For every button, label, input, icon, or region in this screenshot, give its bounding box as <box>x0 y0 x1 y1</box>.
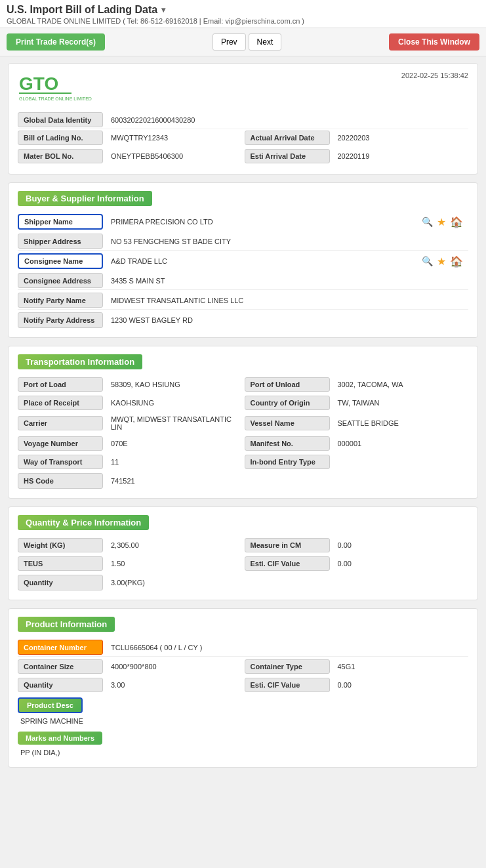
marks-and-numbers-button[interactable]: Marks and Numbers <box>18 732 102 745</box>
mater-bol-item: Mater BOL No. ONEYTPEBB5406300 <box>18 148 242 165</box>
container-number-row: Container Number TCLU6665064 ( 00 / L / … <box>18 638 468 657</box>
consignee-star-icon[interactable]: ★ <box>437 255 446 268</box>
voyage-manifest-row: Voyage Number 070E Manifest No. 000001 <box>18 435 468 452</box>
teus-cif-row: TEUS 1.50 Esti. CIF Value 0.00 <box>18 555 468 572</box>
logo-area: GTO GLOBAL TRADE ONLINE LIMITED <box>18 72 96 104</box>
product-desc-button[interactable]: Product Desc <box>18 697 83 713</box>
notify-party-address-value: 1230 WEST BAGLEY RD <box>106 311 468 329</box>
product-esti-cif-label: Esti. CIF Value <box>245 678 330 692</box>
print-button[interactable]: Print Trade Record(s) <box>7 33 105 51</box>
manifest-no-label: Manifest No. <box>245 436 330 451</box>
quantity-row: Quantity 3.00(PKG) <box>18 573 468 592</box>
shipper-name-label: Shipper Name <box>18 214 103 230</box>
quantity-price-title: Quantity & Price Information <box>18 515 149 530</box>
weight-item: Weight (KG) 2,305.00 <box>18 537 242 554</box>
notify-party-name-value: MIDWEST TRANSATLANTIC LINES LLC <box>106 291 468 309</box>
product-desc-row: Product Desc <box>18 696 468 714</box>
in-bond-entry-value <box>333 459 469 465</box>
main-content: GTO GLOBAL TRADE ONLINE LIMITED 2022-02-… <box>0 56 486 782</box>
consignee-name-value: A&D TRADE LLC <box>106 255 416 268</box>
hs-code-label: HS Code <box>18 473 103 489</box>
manifest-no-value: 000001 <box>333 437 469 450</box>
container-size-value: 4000*900*800 <box>106 660 242 673</box>
esti-arrival-item: Esti Arrival Date 20220119 <box>245 148 469 165</box>
toolbar: Print Trade Record(s) Prev Next Close Th… <box>0 28 486 56</box>
hs-code-row: HS Code 741521 <box>18 472 468 490</box>
consignee-home-icon[interactable]: 🏠 <box>450 255 463 268</box>
vessel-name-value: SEATTLE BRIDGE <box>333 417 469 430</box>
port-of-load-label: Port of Load <box>18 377 103 392</box>
close-button[interactable]: Close This Window <box>389 33 479 51</box>
product-quantity-label: Quantity <box>18 678 103 692</box>
notify-party-address-row: Notify Party Address 1230 WEST BAGLEY RD <box>18 311 468 329</box>
shipper-home-icon[interactable]: 🏠 <box>450 216 463 228</box>
consignee-name-label: Consignee Name <box>18 253 103 269</box>
container-size-label: Container Size <box>18 659 103 674</box>
quantity-price-card: Quantity & Price Information Weight (KG)… <box>8 506 478 600</box>
product-info-title: Product Information <box>18 617 115 632</box>
mater-bol-label: Mater BOL No. <box>18 149 103 163</box>
container-size-type-row: Container Size 4000*900*800 Container Ty… <box>18 658 468 675</box>
main-info-card: GTO GLOBAL TRADE ONLINE LIMITED 2022-02-… <box>8 63 478 175</box>
port-of-load-item: Port of Load 58309, KAO HSIUNG <box>18 376 242 393</box>
container-type-value: 45G1 <box>333 660 469 673</box>
shipper-address-label: Shipper Address <box>18 234 103 249</box>
place-of-receipt-value: KAOHSIUNG <box>106 396 242 409</box>
next-button[interactable]: Next <box>249 33 282 51</box>
actual-arrival-date-value: 20220203 <box>333 131 469 144</box>
weight-measure-row: Weight (KG) 2,305.00 Measure in CM 0.00 <box>18 537 468 554</box>
measure-in-cm-value: 0.00 <box>333 539 469 552</box>
mater-bol-row: Mater BOL No. ONEYTPEBB5406300 Esti Arri… <box>18 148 468 165</box>
mater-bol-value: ONEYTPEBB5406300 <box>106 150 242 163</box>
receipt-origin-row: Place of Receipt KAOHSIUNG Country of Or… <box>18 394 468 411</box>
transportation-title: Transportation Information <box>18 354 142 369</box>
product-desc-value: SPRING MACHINE <box>18 716 468 729</box>
esti-cif-label: Esti. CIF Value <box>245 556 330 571</box>
actual-arrival-item: Actual Arrival Date 20220203 <box>245 129 469 146</box>
card-header: GTO GLOBAL TRADE ONLINE LIMITED 2022-02-… <box>18 72 468 104</box>
shipper-icons: 🔍 ★ 🏠 <box>416 213 468 231</box>
carrier-value: MWQT, MIDWEST TRANSATLANTIC LIN <box>106 413 242 434</box>
nav-group: Prev Next <box>213 33 281 51</box>
container-size-item: Container Size 4000*900*800 <box>18 658 242 675</box>
esti-cif-item: Esti. CIF Value 0.00 <box>245 555 469 572</box>
buyer-supplier-title: Buyer & Supplier Information <box>18 191 152 206</box>
product-info-card: Product Information Container Number TCL… <box>8 608 478 768</box>
country-of-origin-item: Country of Origin TW, TAIWAN <box>245 394 469 411</box>
teus-item: TEUS 1.50 <box>18 555 242 572</box>
shipper-address-row: Shipper Address NO 53 FENGCHENG ST BADE … <box>18 232 468 251</box>
voyage-number-label: Voyage Number <box>18 436 103 451</box>
weight-label: Weight (KG) <box>18 538 103 552</box>
notify-party-name-row: Notify Party Name MIDWEST TRANSATLANTIC … <box>18 291 468 310</box>
svg-rect-1 <box>19 93 71 94</box>
dropdown-arrow-icon[interactable]: ▾ <box>161 5 165 14</box>
shipper-search-icon[interactable]: 🔍 <box>422 217 433 227</box>
hs-code-value: 741521 <box>106 472 468 490</box>
product-quantity-cif-row: Quantity 3.00 Esti. CIF Value 0.00 <box>18 676 468 693</box>
shipper-address-value: NO 53 FENGCHENG ST BADE CITY <box>106 232 468 250</box>
vessel-name-item: Vessel Name SEATTLE BRIDGE <box>245 413 469 434</box>
in-bond-entry-item: In-bond Entry Type <box>245 453 469 470</box>
shipper-star-icon[interactable]: ★ <box>437 216 446 228</box>
esti-arrival-date-value: 20220119 <box>333 150 469 163</box>
carrier-item: Carrier MWQT, MIDWEST TRANSATLANTIC LIN <box>18 413 242 434</box>
port-load-unload-row: Port of Load 58309, KAO HSIUNG Port of U… <box>18 376 468 393</box>
transportation-card: Transportation Information Port of Load … <box>8 346 478 499</box>
voyage-number-value: 070E <box>106 437 242 450</box>
way-inbond-row: Way of Transport 11 In-bond Entry Type <box>18 453 468 470</box>
way-of-transport-value: 11 <box>106 455 242 468</box>
vessel-name-label: Vessel Name <box>245 416 330 430</box>
consignee-search-icon[interactable]: 🔍 <box>422 256 433 266</box>
container-type-item: Container Type 45G1 <box>245 658 469 675</box>
place-of-receipt-item: Place of Receipt KAOHSIUNG <box>18 394 242 411</box>
way-of-transport-label: Way of Transport <box>18 455 103 469</box>
notify-party-name-label: Notify Party Name <box>18 293 103 308</box>
marks-and-numbers-row: Marks and Numbers <box>18 730 468 746</box>
esti-arrival-date-label: Esti Arrival Date <box>245 149 330 163</box>
in-bond-entry-label: In-bond Entry Type <box>245 455 330 469</box>
company-logo: GTO GLOBAL TRADE ONLINE LIMITED <box>18 72 96 104</box>
global-data-identity-value: 600320220216000430280 <box>106 111 468 129</box>
marks-and-numbers-value: PP (IN DIA,) <box>18 747 468 759</box>
global-data-identity-label: Global Data Identity <box>18 112 103 127</box>
prev-button[interactable]: Prev <box>213 33 246 51</box>
